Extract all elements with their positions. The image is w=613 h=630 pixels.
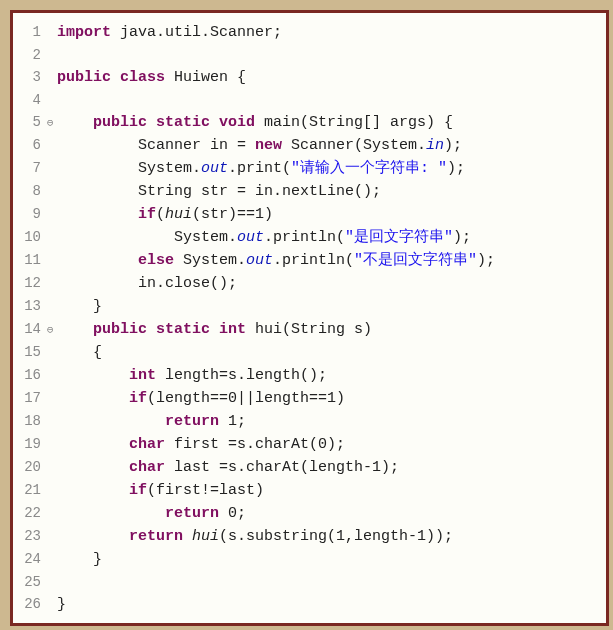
- code-content: System.out.print("请输入一个字符串: ");: [57, 158, 465, 180]
- line-number: 25: [13, 571, 47, 593]
- code-content: }: [57, 594, 66, 616]
- code-line: 4: [13, 89, 606, 111]
- line-number: 14: [13, 318, 47, 340]
- line-number: 21: [13, 479, 47, 501]
- line-number: 18: [13, 410, 47, 432]
- code-line: 6 Scanner in = new Scanner(System.in);: [13, 134, 606, 157]
- code-line: 16 int length=s.length();: [13, 364, 606, 387]
- code-line: 19 char first =s.charAt(0);: [13, 433, 606, 456]
- line-number: 6: [13, 134, 47, 156]
- code-line: 14⊖ public static int hui(String s): [13, 318, 606, 341]
- code-line: 13 }: [13, 295, 606, 318]
- code-content: return 0;: [57, 503, 246, 525]
- code-line: 12 in.close();: [13, 272, 606, 295]
- line-number: 23: [13, 525, 47, 547]
- code-content: public static int hui(String s): [57, 319, 372, 341]
- code-line: 9 if(hui(str)==1): [13, 203, 606, 226]
- code-content: public class Huiwen {: [57, 67, 246, 89]
- code-content: if(length==0||length==1): [57, 388, 345, 410]
- code-line: 15 {: [13, 341, 606, 364]
- code-content: else System.out.println("不是回文字符串");: [57, 250, 495, 272]
- code-line: 7 System.out.print("请输入一个字符串: ");: [13, 157, 606, 180]
- code-line: 21 if(first!=last): [13, 479, 606, 502]
- line-number: 4: [13, 89, 47, 111]
- code-content: return 1;: [57, 411, 246, 433]
- code-line: 26}: [13, 593, 606, 616]
- line-number: 17: [13, 387, 47, 409]
- fold-marker-icon[interactable]: ⊖: [47, 319, 57, 341]
- code-content: {: [57, 342, 102, 364]
- line-number: 5: [13, 111, 47, 133]
- code-content: }: [57, 296, 102, 318]
- code-line: 23 return hui(s.substring(1,length-1));: [13, 525, 606, 548]
- line-number: 7: [13, 157, 47, 179]
- line-number: 16: [13, 364, 47, 386]
- code-line: 2: [13, 44, 606, 66]
- line-number: 8: [13, 180, 47, 202]
- code-line: 5⊖ public static void main(String[] args…: [13, 111, 606, 134]
- line-number: 2: [13, 44, 47, 66]
- code-content: Scanner in = new Scanner(System.in);: [57, 135, 462, 157]
- code-line: 18 return 1;: [13, 410, 606, 433]
- code-line: 8 String str = in.nextLine();: [13, 180, 606, 203]
- line-number: 1: [13, 21, 47, 43]
- code-content: import java.util.Scanner;: [57, 22, 282, 44]
- code-line: 3public class Huiwen {: [13, 66, 606, 89]
- line-number: 13: [13, 295, 47, 317]
- code-line: 20 char last =s.charAt(length-1);: [13, 456, 606, 479]
- line-number: 9: [13, 203, 47, 225]
- code-content: char first =s.charAt(0);: [57, 434, 345, 456]
- line-number: 22: [13, 502, 47, 524]
- code-line: 10 System.out.println("是回文字符串");: [13, 226, 606, 249]
- line-number: 12: [13, 272, 47, 294]
- code-line: 24 }: [13, 548, 606, 571]
- code-content: return hui(s.substring(1,length-1));: [57, 526, 453, 548]
- code-line: 25: [13, 571, 606, 593]
- code-content: String str = in.nextLine();: [57, 181, 381, 203]
- code-line: 17 if(length==0||length==1): [13, 387, 606, 410]
- line-number: 15: [13, 341, 47, 363]
- line-number: 20: [13, 456, 47, 478]
- code-line: 11 else System.out.println("不是回文字符串");: [13, 249, 606, 272]
- line-number: 19: [13, 433, 47, 455]
- code-line: 22 return 0;: [13, 502, 606, 525]
- code-content: char last =s.charAt(length-1);: [57, 457, 399, 479]
- code-content: System.out.println("是回文字符串");: [57, 227, 471, 249]
- fold-marker-icon[interactable]: ⊖: [47, 112, 57, 134]
- code-content: int length=s.length();: [57, 365, 327, 387]
- line-number: 24: [13, 548, 47, 570]
- code-content: in.close();: [57, 273, 237, 295]
- code-editor-frame: 1import java.util.Scanner;23public class…: [10, 10, 609, 626]
- line-number: 3: [13, 66, 47, 88]
- line-number: 11: [13, 249, 47, 271]
- code-content: }: [57, 549, 102, 571]
- line-number: 10: [13, 226, 47, 248]
- code-line: 1import java.util.Scanner;: [13, 21, 606, 44]
- code-content: public static void main(String[] args) {: [57, 112, 453, 134]
- code-area: 1import java.util.Scanner;23public class…: [13, 13, 606, 616]
- line-number: 26: [13, 593, 47, 615]
- code-content: if(first!=last): [57, 480, 264, 502]
- code-content: if(hui(str)==1): [57, 204, 273, 226]
